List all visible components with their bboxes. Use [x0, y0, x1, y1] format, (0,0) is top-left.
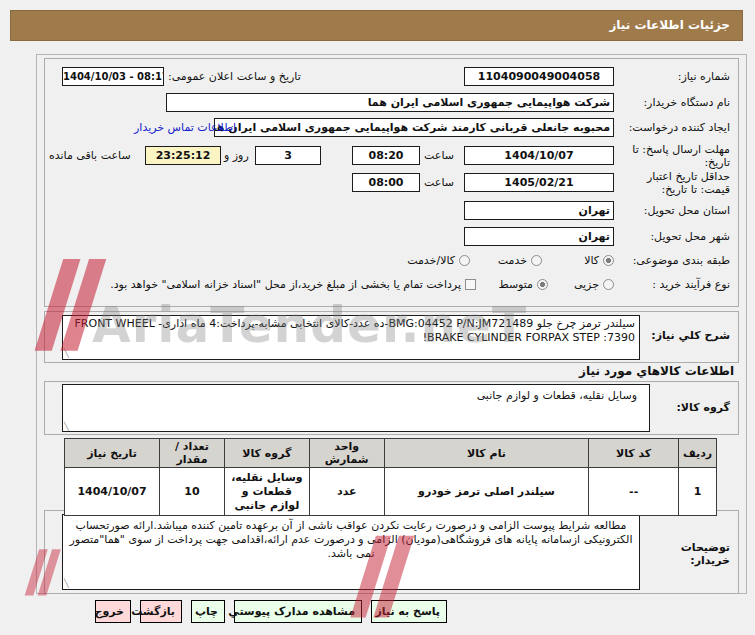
cell-goods-name: سیلندر اصلی ترمز خودرو — [384, 468, 589, 516]
buyer-org-value[interactable]: شرکت هواپیمایی جمهوری اسلامی ایران هما — [166, 93, 614, 112]
need-description-label: شرح کلي نیاز: — [651, 329, 730, 342]
page-title: جزئیات اطلاعات نیاز — [10, 10, 743, 41]
table-row: 1 -- سیلندر اصلی ترمز خودرو عدد وسایل نق… — [65, 468, 717, 516]
respond-button[interactable]: پاسخ به نیاز — [371, 600, 447, 623]
radio-goods-icon[interactable] — [603, 255, 614, 266]
delivery-city-value[interactable]: تهران — [464, 227, 614, 246]
announce-datetime-label: تاریخ و ساعت اعلان عمومی: — [168, 70, 301, 83]
countdown-timer: 23:25:12 — [145, 146, 221, 165]
radio-medium-label: متوسط — [498, 278, 533, 291]
treasury-checkbox-group[interactable]: پرداخت تمام یا بخشی از مبلغ خرید،از محل … — [110, 278, 476, 291]
back-button[interactable]: بازگشت — [140, 600, 182, 623]
process-type-label: نوع فرآیند خرید : — [652, 278, 730, 291]
radio-goods-label: کالا — [584, 254, 599, 267]
col-need-date: تاریخ نیاز — [65, 439, 160, 468]
need-description-section: شرح کلي نیاز: سیلندر ترمز چرخ جلو BMG:04… — [44, 311, 739, 363]
need-info-section: شماره نیاز: 1104090049004058 تاریخ و ساع… — [44, 58, 739, 307]
resize-handle-icon: ╲ — [64, 580, 69, 588]
need-number-label: شماره نیاز: — [678, 70, 730, 83]
col-unit: واحد شمارش — [309, 439, 384, 468]
exit-button[interactable]: خروج — [95, 600, 131, 623]
action-buttons: پاسخ به نیاز مشاهده مدارک پیوستي (1) چاپ… — [95, 600, 447, 623]
cell-need-date: 1404/10/07 — [65, 468, 160, 516]
need-details-page: { "title_bar": { "text": "جزئیات اطلاعات… — [0, 0, 755, 635]
resize-handle-icon: ╲ — [64, 423, 69, 431]
reply-deadline-hour-label: ساعت — [424, 149, 454, 162]
request-creator-value[interactable]: محبوبه جانعلی قربانی کارمند شرکت هواپیما… — [214, 118, 614, 137]
cell-goods-code: -- — [589, 468, 679, 516]
buyer-contact-link[interactable]: اطلاعات تماس خریدار — [111, 121, 259, 134]
radio-minor-icon[interactable] — [603, 279, 614, 290]
price-validity-label: حداقل تاریخ اعتبار قیمت: تا تاریخ: — [618, 170, 730, 196]
reply-deadline-date[interactable]: 1404/10/07 — [464, 146, 614, 165]
radio-goods[interactable]: کالا — [584, 254, 614, 267]
delivery-province-value[interactable]: تهران — [464, 201, 614, 220]
radio-medium-icon[interactable] — [537, 279, 548, 290]
radio-minor[interactable]: جزیی — [574, 278, 614, 291]
col-goods-group: گروه کالا — [224, 439, 309, 468]
goods-table-header-row: ردیف کد کالا نام کالا واحد شمارش گروه کا… — [65, 439, 717, 468]
radio-minor-label: جزیی — [574, 278, 599, 291]
announce-datetime-value[interactable]: 1404/10/03 - 08:17 — [62, 67, 164, 86]
radio-service-label: خدمت — [498, 254, 527, 267]
buyer-notes-textarea[interactable]: مطالعه شرایط پیوست الزامی و درصورت رعایت… — [62, 514, 640, 590]
days-remaining-label: روز و — [224, 149, 249, 162]
goods-group-section: گروه کالا: وسایل نقلیه، قطعات و لوازم جا… — [44, 381, 739, 435]
goods-group-label: گروه کالا: — [676, 401, 730, 414]
request-creator-label: ایجاد کننده درخواست: — [629, 121, 730, 134]
cell-quantity: 10 — [160, 468, 225, 516]
cell-row-number: 1 — [679, 468, 717, 516]
delivery-province-label: استان محل تحویل: — [644, 204, 730, 217]
goods-table: ردیف کد کالا نام کالا واحد شمارش گروه کا… — [64, 438, 717, 516]
price-validity-hour-label: ساعت — [424, 176, 454, 189]
price-validity-date[interactable]: 1405/02/21 — [464, 173, 614, 192]
need-number-value[interactable]: 1104090049004058 — [464, 67, 614, 86]
col-goods-name: نام کالا — [384, 439, 589, 468]
buyer-org-label: نام دستگاه خریدار: — [643, 96, 730, 109]
cell-goods-group: وسایل نقلیه، قطعات و لوازم جانبی — [224, 468, 309, 516]
radio-goods-service[interactable]: کالا/خدمت — [407, 254, 470, 267]
buyer-notes-label: توضیحات خریدار: — [660, 541, 730, 567]
print-button[interactable]: چاپ — [191, 600, 225, 623]
content-frame: شماره نیاز: 1104090049004058 تاریخ و ساع… — [36, 54, 747, 594]
goods-group-textarea[interactable]: وسایل نقلیه، قطعات و لوازم جانبی — [62, 384, 650, 432]
radio-medium[interactable]: متوسط — [498, 278, 548, 291]
countdown-label: ساعت باقی مانده — [49, 149, 131, 162]
subject-class-label: طبقه بندی موضوعی: — [633, 254, 730, 267]
need-description-textarea[interactable]: سیلندر ترمز چرخ جلو BMG:04452 P/N:JM7214… — [62, 315, 640, 360]
col-quantity: تعداد / مقدار — [160, 439, 225, 468]
cell-unit: عدد — [309, 468, 384, 516]
radio-service[interactable]: خدمت — [498, 254, 542, 267]
view-attachments-button[interactable]: مشاهده مدارک پیوستي (1) — [234, 600, 362, 623]
reply-deadline-time[interactable]: 08:20 — [352, 146, 420, 165]
goods-info-header: اطلاعات کالاهاي مورد نیاز — [579, 364, 734, 378]
col-row-number: ردیف — [679, 439, 717, 468]
days-remaining-value: 3 — [255, 146, 321, 165]
treasury-checkbox-icon[interactable] — [465, 279, 476, 290]
treasury-checkbox-label: پرداخت تمام یا بخشی از مبلغ خرید،از محل … — [110, 278, 461, 291]
resize-handle-icon: ╲ — [64, 350, 69, 358]
price-validity-time[interactable]: 08:00 — [352, 173, 420, 192]
radio-service-icon[interactable] — [531, 255, 542, 266]
radio-goods-service-label: کالا/خدمت — [407, 254, 455, 267]
reply-deadline-label: مهلت ارسال پاسخ: تا تاریخ: — [618, 143, 730, 169]
buyer-notes-section: توضیحات خریدار: مطالعه شرایط پیوست الزام… — [44, 510, 739, 594]
col-goods-code: کد کالا — [589, 439, 679, 468]
delivery-city-label: شهر محل تحویل: — [650, 230, 730, 243]
radio-goods-service-icon[interactable] — [459, 255, 470, 266]
